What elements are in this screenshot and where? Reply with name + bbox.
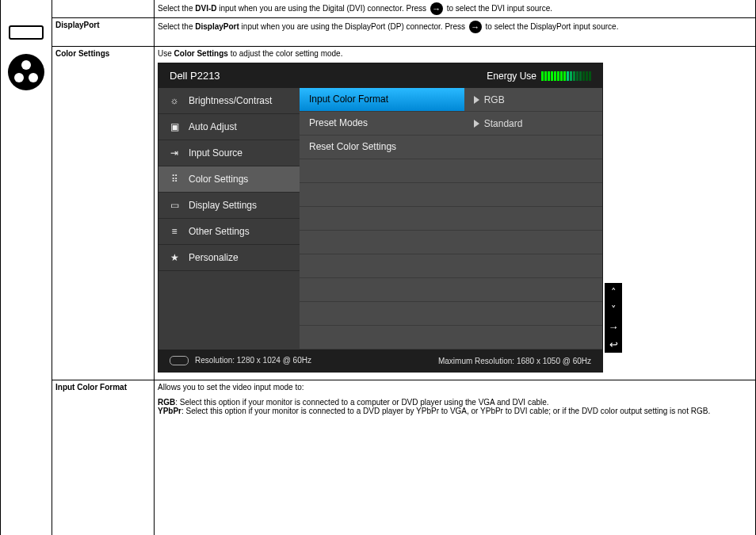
nav-down-button[interactable]: ˅ — [605, 300, 622, 318]
osd-row-empty — [300, 254, 602, 278]
sidebar-item-label: Color Settings — [189, 174, 248, 185]
osd-option-label: Preset Modes — [300, 112, 464, 135]
text: to select the DVI input source. — [445, 4, 552, 13]
osd-title: Dell P2213 — [170, 70, 220, 82]
dvid-description: Select the DVI-D input when you are usin… — [155, 0, 756, 18]
color-settings-small-icon: ⠿ — [168, 173, 181, 185]
icon-cell-displayport — [1, 18, 52, 47]
energy-bars-icon — [541, 71, 591, 81]
text-bold: RGB — [158, 398, 175, 407]
sidebar-item-label: Other Settings — [189, 226, 250, 237]
text: : Select this option if your monitor is … — [181, 407, 710, 415]
osd-menu: Dell P2213 Energy Use ☼Brightness/Contra… — [158, 63, 603, 373]
sidebar-item-display-settings[interactable]: ▭Display Settings — [158, 193, 300, 219]
sidebar-item-label: Personalize — [189, 252, 239, 263]
value-text: Standard — [484, 118, 523, 129]
osd-row-empty — [300, 278, 602, 302]
label-color-settings: Color Settings — [52, 47, 155, 380]
osd-content: Input Color Format RGB Preset Modes Stan… — [300, 88, 602, 350]
text: Select the — [158, 4, 195, 13]
input-source-icon: ⇥ — [168, 147, 181, 159]
osd-row-empty — [300, 231, 602, 254]
sidebar-item-input-source[interactable]: ⇥Input Source — [158, 140, 300, 166]
osd-resolution: Resolution: 1280 x 1024 @ 60Hz — [170, 356, 311, 365]
osd-row-reset-color[interactable]: Reset Color Settings — [300, 136, 602, 159]
sidebar-item-label: Input Source — [189, 147, 242, 159]
osd-sidebar: ☼Brightness/Contrast ▣Auto Adjust ⇥Input… — [158, 88, 300, 350]
text: : Select this option if your monitor is … — [175, 398, 548, 407]
osd-row-empty — [300, 159, 602, 183]
osd-option-value — [464, 136, 602, 159]
sidebar-item-other-settings[interactable]: ≡Other Settings — [158, 219, 300, 245]
nav-up-button[interactable]: ˄ — [605, 283, 622, 300]
energy-label: Energy Use — [487, 71, 536, 82]
label-displayport: DisplayPort — [52, 18, 155, 47]
icon-cell-color-settings — [1, 47, 52, 536]
osd-option-label: Input Color Format — [300, 88, 464, 111]
color-settings-description: Use Color Settings to adjust the color s… — [155, 47, 756, 380]
text: to select the DisplayPort input source. — [483, 22, 619, 31]
input-color-format-description: Allows you to set the video input mode t… — [155, 380, 756, 535]
label-cell-blank — [52, 0, 155, 18]
osd-row-empty — [300, 183, 602, 207]
sidebar-item-auto-adjust[interactable]: ▣Auto Adjust — [158, 114, 300, 140]
resolution-text: Resolution: 1280 x 1024 @ 60Hz — [195, 356, 311, 365]
osd-max-resolution: Maximum Resolution: 1680 x 1050 @ 60Hz — [438, 357, 591, 365]
arrow-right-icon: → — [469, 21, 482, 33]
osd-wrapper: Dell P2213 Energy Use ☼Brightness/Contra… — [158, 63, 752, 373]
color-settings-icon — [8, 54, 44, 90]
sidebar-item-label: Brightness/Contrast — [189, 95, 272, 106]
sidebar-item-personalize[interactable]: ★Personalize — [158, 245, 300, 271]
text: input when you are using the Digital (DV… — [217, 4, 429, 13]
osd-option-value: Standard — [464, 112, 602, 135]
text-bold: YPbPr — [158, 407, 181, 415]
osd-footer: Resolution: 1280 x 1024 @ 60Hz Maximum R… — [158, 350, 602, 372]
osd-header: Dell P2213 Energy Use — [158, 63, 602, 88]
osd-option-value: RGB — [464, 88, 602, 111]
resolution-icon — [170, 356, 189, 365]
text-bold: DisplayPort — [195, 22, 239, 31]
other-settings-icon: ≡ — [168, 225, 181, 238]
osd-row-preset-modes[interactable]: Preset Modes Standard — [300, 112, 602, 136]
sidebar-item-brightness[interactable]: ☼Brightness/Contrast — [158, 88, 300, 114]
brightness-icon: ☼ — [168, 94, 181, 107]
value-text: RGB — [484, 94, 505, 105]
chevron-right-icon — [474, 120, 479, 128]
osd-option-label: Reset Color Settings — [300, 136, 464, 159]
displayport-connector-icon — [9, 25, 44, 40]
nav-back-button[interactable]: ↩ — [605, 335, 622, 353]
text: Use — [158, 49, 174, 58]
chevron-right-icon — [474, 96, 479, 104]
star-icon: ★ — [168, 251, 181, 264]
sidebar-item-label: Auto Adjust — [189, 121, 237, 132]
icon-cell-blank — [1, 0, 52, 18]
nav-right-button[interactable]: → — [605, 318, 622, 335]
energy-use: Energy Use — [487, 71, 591, 82]
osd-row-input-color-format[interactable]: Input Color Format RGB — [300, 88, 602, 112]
osd-row-empty — [300, 326, 602, 350]
label-input-color-format: Input Color Format — [52, 380, 155, 535]
osd-row-empty — [300, 302, 602, 326]
osd-side-buttons: ˄ ˅ → ↩ — [605, 283, 622, 353]
sidebar-item-color-settings[interactable]: ⠿Color Settings — [158, 166, 300, 193]
text-bold: DVI-D — [195, 4, 216, 13]
text-bold: Color Settings — [174, 49, 228, 58]
displayport-description: Select the DisplayPort input when you ar… — [155, 18, 756, 47]
display-settings-icon: ▭ — [168, 199, 181, 212]
text: Allows you to set the video input mode t… — [158, 383, 752, 392]
text: to adjust the color setting mode. — [228, 49, 343, 58]
text: Select the — [158, 22, 195, 31]
arrow-right-icon: → — [430, 2, 443, 15]
osd-row-empty — [300, 207, 602, 231]
auto-adjust-icon: ▣ — [168, 120, 181, 133]
text: input when you are using the DisplayPort… — [239, 22, 468, 31]
osd-body: ☼Brightness/Contrast ▣Auto Adjust ⇥Input… — [158, 88, 602, 350]
sidebar-item-label: Display Settings — [189, 200, 257, 211]
